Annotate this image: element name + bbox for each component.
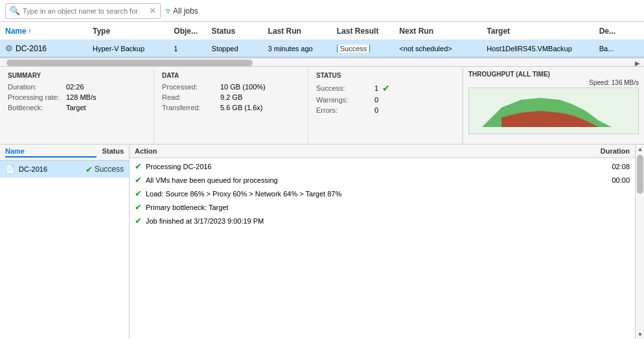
cell-status: Stopped [207,45,263,53]
data-read-row: Read: 9.2 GB [162,93,300,101]
cell-name: ⚙ DC-2016 [0,43,87,53]
status-success-value: 1 [374,84,378,92]
cell-objects: 1 [168,45,206,53]
col-header-name[interactable]: Name ↑ [0,27,87,36]
action-text-3: Primary bottleneck: Target [146,204,574,211]
transferred-value: 5.6 GB (1.6x) [220,104,262,111]
vscroll-thumb[interactable] [637,155,643,194]
processed-value: 10 GB (100%) [220,83,266,91]
col-header-nextrun[interactable]: Next Run [394,27,481,36]
table-header: Name ↑ Type Obje... Status Last Run Last… [0,22,644,40]
col-duration-header: Duration [578,147,630,155]
col-header-lastrun[interactable]: Last Run [263,27,332,36]
action-check-4: ✔ [135,216,142,226]
vertical-scrollbar[interactable]: ▲ ▼ [635,145,644,339]
rate-value: 128 MB/s [66,93,96,101]
throughput-chart [468,88,639,134]
cell-lastresult: Success [332,45,395,53]
action-check-1: ✔ [135,175,142,185]
throughput-speed: Speed: 136 MB/s [468,79,639,86]
action-text-0: Processing DC-2016 [146,163,574,170]
status-title: STATUS [316,72,454,79]
throughput-title: THROUGHPUT (ALL TIME) [468,71,639,78]
bottleneck-value: Target [66,104,86,111]
transferred-label: Transferred: [162,104,220,111]
success-check-icon: ✔ [382,83,390,93]
throughput-svg [469,88,638,135]
summary-title: SUMMARY [8,72,146,79]
right-pane: Action Duration ✔ Processing DC-2016 02:… [130,145,635,339]
search-icon: 🔍 [10,6,20,16]
action-check-3: ✔ [135,202,142,212]
clear-search-button[interactable]: ✕ [149,6,156,15]
action-check-2: ✔ [135,189,142,198]
action-row-4: ✔ Job finished at 3/17/2023 9:00:19 PM [130,214,635,228]
action-check-0: ✔ [135,161,142,171]
processed-label: Processed: [162,83,220,91]
summary-bottleneck-row: Bottleneck: Target [8,104,146,111]
cell-lastrun: 3 minutes ago [263,45,332,53]
data-transferred-row: Transferred: 5.6 GB (1.6x) [162,104,300,111]
bottleneck-label: Bottleneck: [8,104,66,111]
errors-label: Errors: [316,106,374,114]
status-success-row: Success: 1 ✔ [316,83,454,93]
hscroll-thumb[interactable] [6,60,253,66]
cell-target: Host1DellRS45.VMBackup [481,45,593,53]
hscroll-right-arrow[interactable]: ▶ [634,59,641,67]
status-success-label: Success: [316,84,374,92]
bottom-container: SUMMARY Duration: 02:26 Processing rate:… [0,67,644,339]
col-header-type[interactable]: Type [87,27,168,36]
stats-row: SUMMARY Duration: 02:26 Processing rate:… [0,67,644,145]
left-pane-row[interactable]: 📄 DC-2016 ✔ Success [0,161,129,178]
status-errors-row: Errors: 0 [316,106,454,114]
col-action-header: Action [135,147,578,155]
row-check-icon: ✔ [86,165,93,174]
summary-duration-row: Duration: 02:26 [8,83,146,91]
left-col-status: Status [102,147,124,158]
horizontal-scrollbar[interactable]: ▶ [0,58,644,67]
rate-label: Processing rate: [8,93,66,101]
read-label: Read: [162,93,220,101]
data-processed-row: Processed: 10 GB (100%) [162,83,300,91]
right-pane-header: Action Duration [130,145,635,158]
col-header-target[interactable]: Target [481,27,593,36]
left-pane: Name Status 📄 DC-2016 ✔ Success [0,145,130,339]
data-title: DATA [162,72,300,79]
col-header-lastresult[interactable]: Last Result [332,27,395,36]
search-box[interactable]: 🔍 ✕ [5,3,161,19]
errors-value: 0 [374,106,378,114]
col-header-de[interactable]: De... [594,27,644,36]
action-rows: ✔ Processing DC-2016 02:08 ✔ All VMs hav… [130,158,635,339]
row-status-text: Success [95,165,124,174]
action-row-0: ✔ Processing DC-2016 02:08 [130,159,635,173]
action-row-3: ✔ Primary bottleneck: Target [130,200,635,214]
read-value: 9.2 GB [220,93,242,101]
status-warnings-row: Warnings: 0 [316,96,454,104]
file-icon: 📄 [5,165,15,174]
job-gear-icon: ⚙ [5,43,13,53]
vscroll-down-arrow[interactable]: ▼ [636,330,644,339]
filter-button[interactable]: ▿ All jobs [166,6,198,16]
row-status: ✔ Success [86,165,124,174]
action-text-2: Load: Source 86% > Proxy 60% > Network 6… [146,190,574,198]
cell-nextrun: <not scheduled> [394,45,481,53]
vscroll-up-arrow[interactable]: ▲ [636,145,644,154]
cell-de: Ba... [594,45,644,53]
summary-panel: SUMMARY Duration: 02:26 Processing rate:… [0,67,154,144]
action-row-2: ✔ Load: Source 86% > Proxy 60% > Network… [130,187,635,200]
table-row[interactable]: ⚙ DC-2016 Hyper-V Backup 1 Stopped 3 min… [0,40,644,57]
warnings-label: Warnings: [316,96,374,104]
left-pane-header: Name Status [0,145,129,161]
row-name: DC-2016 [19,165,82,173]
jobs-table: Name ↑ Type Obje... Status Last Run Last… [0,22,644,58]
action-text-4: Job finished at 3/17/2023 9:00:19 PM [146,217,574,225]
action-row-1: ✔ All VMs have been queued for processin… [130,173,635,187]
duration-value: 02:26 [66,83,84,91]
status-panel: STATUS Success: 1 ✔ Warnings: 0 Errors: … [308,67,463,144]
data-panel: DATA Processed: 10 GB (100%) Read: 9.2 G… [154,67,308,144]
col-header-status[interactable]: Status [207,27,263,36]
search-input[interactable] [23,7,149,15]
summary-rate-row: Processing rate: 128 MB/s [8,93,146,101]
col-header-objects[interactable]: Obje... [168,27,206,36]
warnings-value: 0 [374,96,378,104]
